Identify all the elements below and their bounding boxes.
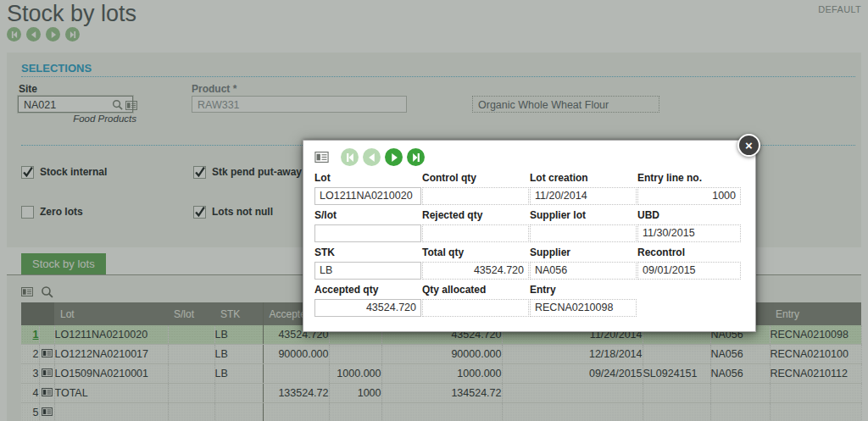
field-qty-allocated: Qty allocated [422,284,530,317]
field-label: Control qty [422,172,530,185]
field-label: Lot creation [530,172,637,185]
field-total-qty: Total qty43524.720 [422,247,530,280]
first-record-button[interactable] [341,148,359,166]
field-input[interactable]: 11/30/2015 [637,224,741,242]
field-label: S/lot [314,209,422,222]
field-label: Total qty [422,247,530,259]
field-label: STK [314,247,422,259]
field-input[interactable]: RECNA0210098 [530,299,637,317]
field-input[interactable]: LB [314,262,421,280]
field-control-qty: Control qty [422,172,530,205]
field-label: Qty allocated [422,284,530,296]
field-stk: STKLB [314,247,422,280]
field-label: Entry [530,284,637,296]
field-label: Supplier [530,247,637,259]
field-input[interactable] [422,187,529,205]
modal-close-button[interactable]: × [737,134,760,157]
field-recontrol: Recontrol09/01/2015 [637,247,738,280]
previous-record-button[interactable] [363,148,381,166]
lot-detail-modal: × LotLO1211NA0210020Control qtyLot creat… [303,140,756,332]
field-entry-line-no: Entry line no.1000 [637,172,738,205]
close-icon: × [745,138,753,152]
field-input[interactable]: LO1211NA0210020 [314,187,421,205]
field-input[interactable] [530,224,637,242]
field-input[interactable]: 11/20/2014 [530,187,637,205]
lot-detail-fields: LotLO1211NA0210020Control qtyLot creatio… [314,172,738,317]
app-window: Stock by lots DEFAULT SELECTIONS Site NA… [0,0,868,421]
field-ubd: UBD11/30/2015 [637,209,738,242]
last-record-button[interactable] [407,148,425,166]
field-input[interactable] [422,299,529,317]
field-input[interactable]: 43524.720 [422,262,529,280]
modal-toolbar [314,148,425,166]
field-input[interactable] [314,224,421,242]
field-rejected-qty: Rejected qty [422,209,530,242]
field-input[interactable]: NA056 [530,262,637,280]
field-input[interactable]: 09/01/2015 [637,262,741,280]
field-label: Accepted qty [314,284,422,296]
detail-card-icon[interactable] [314,152,329,163]
field-label: Recontrol [637,247,738,259]
field-entry: EntryRECNA0210098 [530,284,637,317]
field-supplier: SupplierNA056 [530,247,637,280]
next-record-button[interactable] [385,148,403,166]
field-input[interactable]: 43524.720 [314,299,421,317]
field-label: Entry line no. [637,172,738,185]
field-label: UBD [637,209,738,222]
field-label: Lot [314,172,422,185]
field-s-lot: S/lot [314,209,422,242]
field-lot-creation: Lot creation11/20/2014 [530,172,637,205]
field-input[interactable] [422,224,529,242]
field-accepted-qty: Accepted qty43524.720 [314,284,422,317]
field-supplier-lot: Supplier lot [530,209,637,242]
field-label: Rejected qty [422,209,530,222]
field-label: Supplier lot [530,209,637,222]
field-lot: LotLO1211NA0210020 [314,172,422,205]
field-input[interactable]: 1000 [637,187,741,205]
modal-record-navigation [341,148,425,166]
